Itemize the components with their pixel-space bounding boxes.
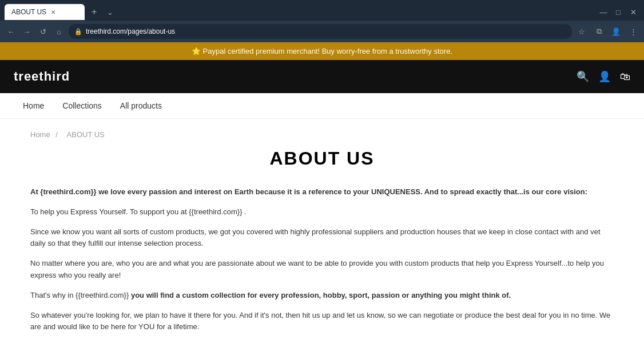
browser-icons: ☆ ⧉ 👤 ⋮ [575, 25, 639, 38]
about-para-5: That's why in {{treethird.com}} you will… [30, 290, 614, 302]
about-para-6: So whatever you're looking for, we plan … [30, 310, 614, 334]
site-logo[interactable]: treethird [14, 69, 577, 84]
site-header: treethird 🔍 👤 🛍 [0, 60, 644, 93]
about-para-4: No matter where you are, who you are and… [30, 258, 614, 282]
header-icons: 🔍 👤 🛍 [577, 70, 630, 83]
extensions-button[interactable]: ⧉ [593, 25, 605, 38]
breadcrumb-home[interactable]: Home [30, 130, 50, 139]
cart-icon[interactable]: 🛍 [620, 71, 630, 83]
browser-chrome: ABOUT US ✕ + ⌄ — □ ✕ ← → ↺ ⌂ 🔒 ☆ ⧉ 👤 ⋮ [0, 0, 644, 42]
about-para-3: Since we know you want all sorts of cust… [30, 226, 614, 250]
minimize-button[interactable]: — [597, 6, 610, 18]
account-icon[interactable]: 👤 [598, 70, 611, 83]
about-para-1: At {treethird.com}} we love every passio… [30, 186, 614, 198]
back-button[interactable]: ← [5, 25, 17, 38]
url-input[interactable] [86, 27, 566, 35]
active-tab[interactable]: ABOUT US ✕ [5, 4, 85, 20]
tab-bar: ABOUT US ✕ + ⌄ — □ ✕ [0, 0, 644, 21]
tab-title: ABOUT US [11, 8, 46, 16]
tab-close-button[interactable]: ✕ [51, 9, 55, 15]
browser-controls: ← → ↺ ⌂ 🔒 ☆ ⧉ 👤 ⋮ [0, 21, 644, 42]
forward-button[interactable]: → [21, 25, 33, 38]
reload-button[interactable]: ↺ [37, 25, 49, 38]
about-para-7: Whatever you need, it's right here on {{… [30, 341, 614, 344]
breadcrumb: Home / ABOUT US [30, 130, 614, 139]
close-window-button[interactable]: ✕ [627, 6, 639, 18]
home-button[interactable]: ⌂ [53, 25, 65, 38]
nav-bar: Home Collections All products [0, 93, 644, 119]
page-title: ABOUT US [30, 148, 614, 169]
about-para-2: To help you Express Yourself. To support… [30, 206, 614, 218]
nav-home[interactable]: Home [14, 93, 53, 118]
new-tab-button[interactable]: + [87, 6, 101, 18]
tab-dropdown-button[interactable]: ⌄ [104, 6, 116, 18]
search-icon[interactable]: 🔍 [577, 70, 589, 83]
main-content: Home / ABOUT US ABOUT US At {treethird.c… [7, 119, 637, 344]
about-text: At {treethird.com}} we love every passio… [30, 186, 614, 344]
breadcrumb-current: ABOUT US [67, 130, 105, 139]
menu-button[interactable]: ⋮ [627, 25, 639, 38]
bookmark-button[interactable]: ☆ [575, 25, 588, 38]
profile-button[interactable]: 👤 [610, 25, 622, 38]
nav-collections[interactable]: Collections [53, 93, 110, 118]
nav-all-products[interactable]: All products [111, 93, 171, 118]
breadcrumb-separator: / [55, 130, 58, 139]
maximize-button[interactable]: □ [612, 6, 625, 18]
promo-banner: ⭐ Paypal certified premium merchant! Buy… [0, 42, 644, 60]
url-bar[interactable]: 🔒 [69, 24, 572, 39]
